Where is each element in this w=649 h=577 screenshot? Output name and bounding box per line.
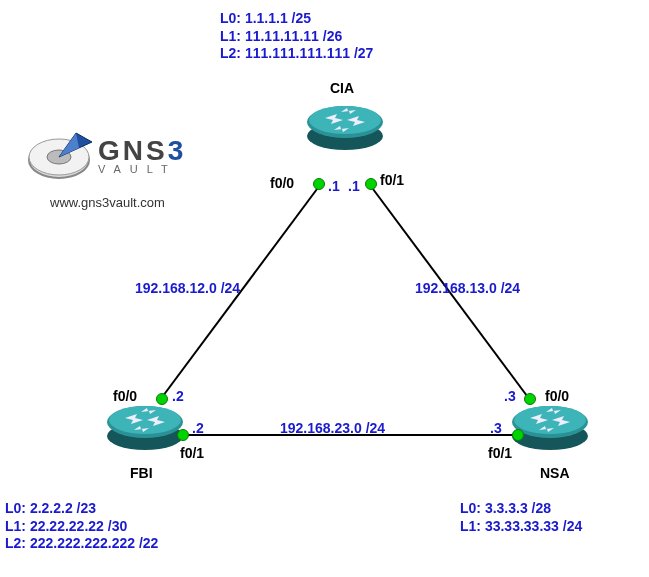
fbi-if-right: f0/1: [180, 445, 204, 461]
cia-loopbacks: L0: 1.1.1.1 /25 L1: 11.11.11.11 /26 L2: …: [220, 10, 373, 63]
fbi-port-f0-1: [177, 429, 189, 441]
fbi-if-top: f0/0: [113, 388, 137, 404]
brand-gns: GNS: [98, 135, 168, 166]
gns3vault-logo-icon: [24, 130, 94, 189]
fbi-ip-top: .2: [172, 388, 184, 406]
fbi-label: FBI: [130, 465, 153, 481]
cia-port-f0-1: [365, 178, 377, 190]
cia-if-left: f0/0: [270, 175, 294, 191]
link-cia-nsa-subnet: 192.168.13.0 /24: [415, 280, 520, 298]
router-icon: [510, 400, 590, 452]
router-icon: [105, 400, 185, 452]
nsa-if-left: f0/1: [488, 445, 512, 461]
router-icon: [305, 100, 385, 152]
link-cia-fbi-subnet: 192.168.12.0 /24: [135, 280, 240, 298]
router-nsa: [510, 400, 590, 452]
router-fbi: [105, 400, 185, 452]
brand-vault: VAULT: [98, 163, 186, 175]
nsa-ip-left: .3: [490, 420, 502, 438]
nsa-port-f0-0: [524, 393, 536, 405]
cia-ip-left: .1: [328, 178, 340, 196]
nsa-ip-top: .3: [504, 388, 516, 406]
network-diagram: GNS3 VAULT www.gns3vault.com L0: 1.1.1.1…: [0, 0, 649, 577]
nsa-port-f0-1: [512, 429, 524, 441]
cia-label: CIA: [330, 80, 354, 96]
cia-if-right: f0/1: [380, 172, 404, 188]
brand-url: www.gns3vault.com: [50, 195, 165, 210]
brand-3: 3: [168, 135, 187, 166]
cia-ip-right: .1: [348, 178, 360, 196]
gns3vault-wordmark: GNS3 VAULT: [98, 135, 186, 175]
fbi-loopbacks: L0: 2.2.2.2 /23 L1: 22.22.22.22 /30 L2: …: [5, 500, 158, 553]
fbi-ip-right: .2: [192, 420, 204, 438]
topology-links: [0, 0, 649, 577]
fbi-port-f0-0: [156, 393, 168, 405]
cia-port-f0-0: [313, 178, 325, 190]
link-fbi-nsa-subnet: 192.168.23.0 /24: [280, 420, 385, 438]
nsa-loopbacks: L0: 3.3.3.3 /28 L1: 33.33.33.33 /24: [460, 500, 582, 535]
nsa-label: NSA: [540, 465, 570, 481]
router-cia: [305, 100, 385, 152]
nsa-if-top: f0/0: [545, 388, 569, 404]
